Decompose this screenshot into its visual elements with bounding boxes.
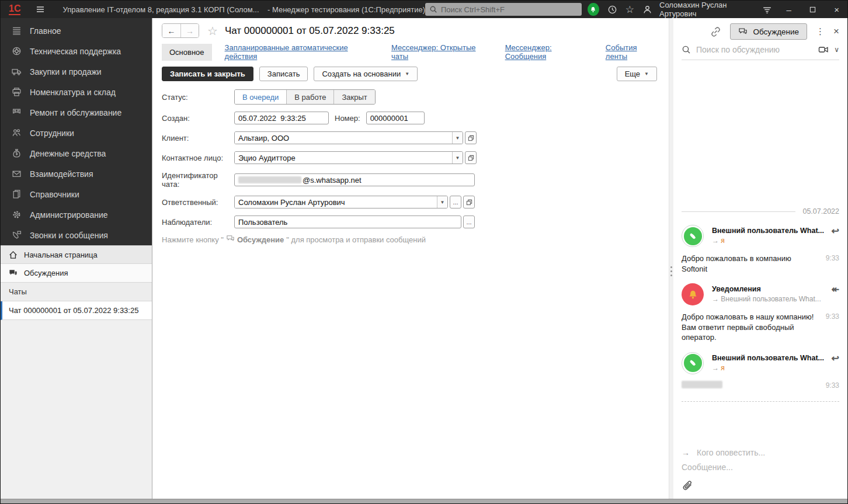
sidebar-item-purchases-sales[interactable]: Закупки и продажи bbox=[1, 61, 152, 82]
close-panel-icon[interactable]: × bbox=[833, 26, 839, 37]
responsible-field[interactable] bbox=[235, 196, 437, 208]
favorites-star-icon[interactable]: ☆ bbox=[625, 4, 634, 16]
sidebar-item-money[interactable]: Денежные средства bbox=[1, 143, 152, 164]
main-menu-icon[interactable] bbox=[36, 5, 45, 14]
contact-open-button[interactable] bbox=[465, 151, 477, 164]
discussion-toggle-button[interactable]: Обсуждение bbox=[730, 23, 807, 40]
discussion-panel-header: Обсуждение ⋮ × bbox=[673, 18, 847, 44]
search-icon bbox=[429, 5, 437, 13]
message-recipient: → я bbox=[712, 364, 725, 372]
global-search[interactable] bbox=[425, 3, 582, 16]
responsible-choose-button[interactable]: ... bbox=[450, 196, 461, 208]
tab-feed-events[interactable]: События ленты bbox=[606, 43, 659, 61]
responsible-field-group: ▼ bbox=[234, 196, 448, 208]
created-label: Создан: bbox=[162, 114, 234, 123]
sidebar-item-discussions[interactable]: Обсуждения bbox=[1, 264, 152, 283]
chat-id-field[interactable]: @s.whatsapp.net bbox=[234, 173, 475, 186]
sidebar-section-chats[interactable]: Чаты bbox=[1, 283, 152, 301]
phone-message-icon bbox=[11, 230, 22, 240]
user-icon[interactable] bbox=[642, 5, 652, 15]
panel-splitter[interactable] bbox=[669, 18, 673, 499]
watchers-label: Наблюдатели: bbox=[162, 218, 234, 227]
client-field-group: ▼ bbox=[234, 131, 463, 144]
maximize-button[interactable] bbox=[805, 5, 820, 15]
arrow-right-icon: → bbox=[712, 364, 719, 372]
forward-button[interactable]: → bbox=[180, 24, 199, 37]
tab-main[interactable]: Основное bbox=[162, 44, 212, 61]
status-option-closed[interactable]: Закрыт bbox=[333, 90, 374, 104]
history-icon[interactable] bbox=[607, 5, 617, 15]
messages-list[interactable]: 05.07.2022 Внешний пользователь What... … bbox=[673, 60, 847, 443]
client-open-button[interactable] bbox=[465, 131, 477, 144]
close-window-button[interactable]: × bbox=[829, 5, 844, 15]
sidebar-item-home-page[interactable]: Начальная страница bbox=[1, 245, 152, 264]
sidebar-item-label: Звонки и сообщения bbox=[30, 231, 108, 240]
dropdown-arrow-icon[interactable]: ▼ bbox=[437, 196, 447, 208]
more-button[interactable]: Еще ▼ bbox=[617, 67, 657, 81]
contact-row: Контактное лицо: ▼ bbox=[162, 151, 659, 164]
message[interactable]: Внешний пользователь What... ↩ → я Добро… bbox=[682, 225, 839, 274]
sidebar-item-interactions[interactable]: Взаимодействия bbox=[1, 164, 152, 184]
link-icon[interactable] bbox=[710, 26, 721, 37]
tab-messenger-open-chats[interactable]: Мессенджер: Открытые чаты bbox=[391, 43, 492, 61]
contact-field[interactable] bbox=[235, 152, 452, 164]
sidebar-item-directories[interactable]: Справочники bbox=[1, 184, 152, 204]
repair-tools-icon bbox=[11, 107, 22, 117]
notify-whom-input[interactable] bbox=[697, 448, 839, 457]
tab-messenger-messages[interactable]: Мессенджер: Сообщения bbox=[505, 43, 593, 61]
back-button[interactable]: ← bbox=[162, 24, 180, 37]
sidebar-item-administration[interactable]: Администрирование bbox=[1, 204, 152, 225]
date-divider-label: 05.07.2022 bbox=[802, 207, 839, 215]
more-menu-icon[interactable]: ⋮ bbox=[816, 26, 825, 37]
save-button[interactable]: Записать bbox=[259, 67, 308, 81]
menu-lines-icon bbox=[11, 26, 22, 36]
discussion-search-input[interactable] bbox=[696, 45, 813, 54]
tab-scheduled-actions[interactable]: Запланированные автоматические действия bbox=[225, 43, 379, 61]
attach-paperclip-icon[interactable] bbox=[682, 480, 839, 492]
hint-button-name: Обсуждение bbox=[237, 235, 284, 244]
global-search-input[interactable] bbox=[441, 5, 578, 14]
message-author-row: Уведомления ↞ bbox=[712, 285, 839, 294]
notifications-bell-icon[interactable] bbox=[588, 3, 599, 16]
sidebar-item-main[interactable]: Главное bbox=[1, 20, 152, 41]
message-input[interactable] bbox=[682, 463, 839, 472]
sidebar-item-calls-messages[interactable]: Звонки и сообщения bbox=[1, 225, 152, 245]
create-based-on-button[interactable]: Создать на основании ▼ bbox=[314, 67, 418, 81]
reply-all-icon[interactable]: ↞ bbox=[832, 285, 839, 294]
recipient-name: Внешний пользователь What... bbox=[721, 295, 821, 303]
watchers-choose-button[interactable]: ... bbox=[463, 215, 475, 228]
sidebar-item-repair[interactable]: Ремонт и обслуживание bbox=[1, 102, 152, 123]
message[interactable]: Внешний пользователь What... ↩ → я 9:33 bbox=[682, 352, 839, 391]
favorite-star-icon[interactable]: ☆ bbox=[207, 24, 218, 38]
dropdown-arrow-icon[interactable]: ▼ bbox=[452, 152, 463, 164]
reply-icon[interactable]: ↩ bbox=[832, 354, 839, 363]
created-field[interactable] bbox=[234, 112, 329, 124]
number-field[interactable] bbox=[366, 112, 425, 124]
truck-icon bbox=[11, 67, 22, 77]
watchers-field[interactable] bbox=[234, 215, 461, 228]
chevron-down-icon[interactable]: ∨ bbox=[834, 46, 839, 54]
app-window: 1С Управление IT-отделом 8, редакция 3.1… bbox=[0, 0, 848, 504]
sidebar-item-chat-selected[interactable]: Чат 000000001 от 05.07.2022 9:33:25 bbox=[1, 301, 152, 320]
responsible-open-button[interactable] bbox=[463, 196, 475, 208]
sidebar-item-tech-support[interactable]: Техническая поддержка bbox=[1, 41, 152, 61]
sidebar-sections: Главное Техническая поддержка Закупки и … bbox=[1, 18, 152, 245]
form-header: ← → ☆ Чат 000000001 от 05.07.2022 9:33:2… bbox=[152, 18, 669, 41]
chat-form: Статус: В очереди В работе Закрыт Создан… bbox=[152, 85, 669, 244]
sidebar-item-label: Ремонт и обслуживание bbox=[30, 108, 121, 117]
current-user-name[interactable]: Соломахин Руслан Артурович bbox=[659, 1, 754, 18]
message[interactable]: Уведомления ↞ → Внешний пользователь Wha… bbox=[682, 283, 839, 343]
splitter-handle[interactable] bbox=[670, 266, 672, 276]
settings-sliders-icon[interactable] bbox=[762, 5, 772, 15]
save-close-button[interactable]: Записать и закрыть bbox=[162, 67, 253, 81]
sidebar-section-label: Чаты bbox=[9, 287, 27, 296]
reply-icon[interactable]: ↩ bbox=[832, 227, 839, 236]
sidebar-item-employees[interactable]: Сотрудники bbox=[1, 123, 152, 143]
minimize-button[interactable]: – bbox=[781, 5, 796, 15]
status-option-queued[interactable]: В очереди bbox=[235, 90, 286, 104]
video-call-icon[interactable] bbox=[818, 45, 829, 54]
sidebar-item-stock[interactable]: Номенклатура и склад bbox=[1, 82, 152, 102]
status-option-in-progress[interactable]: В работе bbox=[286, 90, 333, 104]
dropdown-arrow-icon[interactable]: ▼ bbox=[452, 132, 463, 144]
client-field[interactable] bbox=[235, 132, 452, 144]
